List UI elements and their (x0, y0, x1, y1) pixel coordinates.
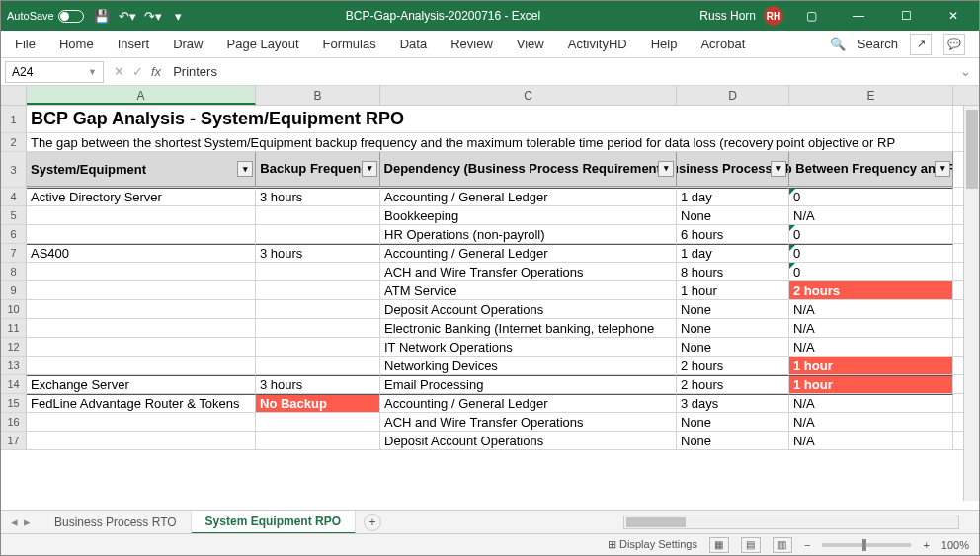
cell[interactable]: 8 hours (677, 263, 789, 280)
zoom-slider[interactable] (822, 543, 911, 547)
tab-view[interactable]: View (517, 37, 544, 51)
cell[interactable]: Electronic Banking (Internet banking, te… (380, 319, 677, 337)
tab-formulas[interactable]: Formulas (323, 37, 376, 51)
cell[interactable] (27, 225, 256, 243)
row-header[interactable]: 3 (1, 152, 27, 187)
tab-nav-buttons[interactable]: ◂▸ (1, 515, 41, 529)
cell[interactable]: N/A (789, 394, 953, 412)
cell[interactable]: Bookkeeping (380, 206, 677, 224)
user-avatar[interactable]: RH (764, 6, 783, 26)
cell[interactable] (27, 263, 256, 280)
cell[interactable] (256, 338, 380, 356)
row-header[interactable]: 2 (1, 133, 27, 151)
row-header[interactable]: 4 (1, 188, 27, 205)
tab-home[interactable]: Home (59, 37, 94, 51)
tab-acrobat[interactable]: Acrobat (700, 37, 745, 51)
tab-file[interactable]: File (15, 37, 36, 51)
cell[interactable]: Accounting / General Ledger (380, 244, 677, 262)
tab-activityhd[interactable]: ActivityHD (568, 37, 627, 51)
fx-icon[interactable]: fx (151, 64, 161, 79)
autosave-toggle[interactable]: AutoSave (7, 10, 84, 23)
cell[interactable] (27, 281, 256, 299)
cell[interactable]: 0 (789, 188, 953, 205)
close-icon[interactable]: ✕ (934, 2, 973, 30)
cell[interactable] (256, 281, 380, 299)
display-settings-button[interactable]: ⊞ Display Settings (608, 538, 697, 551)
row-header[interactable]: 17 (1, 432, 27, 449)
page-break-view-icon[interactable]: ▥ (773, 537, 792, 553)
cell-alert[interactable]: 2 hours (789, 281, 953, 299)
tab-review[interactable]: Review (450, 37, 493, 51)
cell[interactable] (256, 413, 380, 431)
cell[interactable]: 1 hour (677, 281, 789, 299)
accept-formula-icon[interactable]: ✓ (132, 64, 143, 79)
header-gap[interactable]: Gap Between Frequency and RPO (789, 152, 953, 187)
ribbon-options-icon[interactable]: ▢ (791, 2, 831, 30)
col-header-a[interactable]: A (27, 86, 256, 105)
cell[interactable]: ACH and Wire Transfer Operations (380, 413, 677, 431)
cell[interactable] (27, 206, 256, 224)
row-header[interactable]: 9 (1, 281, 27, 299)
col-header-c[interactable]: C (380, 86, 677, 105)
cell[interactable]: None (677, 206, 789, 224)
cell[interactable]: IT Network Operations (380, 338, 677, 356)
cell[interactable]: Email Processing (380, 375, 677, 393)
search-label[interactable]: Search (858, 37, 898, 51)
cell[interactable] (27, 413, 256, 431)
header-dependency[interactable]: Dependency (Business Process Requirement… (380, 152, 677, 187)
user-name[interactable]: Russ Horn (699, 9, 756, 23)
cell[interactable]: 2 hours (677, 375, 789, 393)
cell[interactable] (27, 338, 256, 356)
page-layout-view-icon[interactable]: ▤ (741, 537, 761, 553)
header-system[interactable]: System/Equipment (27, 152, 256, 187)
cell[interactable]: None (677, 319, 789, 337)
col-header-d[interactable]: D (677, 86, 789, 105)
row-header[interactable]: 14 (1, 375, 27, 393)
cell[interactable]: None (677, 413, 789, 431)
cell[interactable]: Deposit Account Operations (380, 300, 677, 318)
cell[interactable]: 3 hours (256, 244, 380, 262)
row-header[interactable]: 11 (1, 319, 27, 337)
tab-draw[interactable]: Draw (173, 37, 203, 51)
row-header[interactable]: 16 (1, 413, 27, 431)
vertical-scrollbar[interactable] (963, 106, 979, 501)
tab-page-layout[interactable]: Page Layout (227, 37, 299, 51)
row-header[interactable]: 7 (1, 244, 27, 262)
cell[interactable]: Accounting / General Ledger (380, 188, 677, 205)
share-icon[interactable]: ↗ (910, 34, 932, 55)
zoom-in-button[interactable]: + (923, 539, 929, 551)
cell[interactable] (256, 319, 380, 337)
cell[interactable]: Accounting / General Ledger (380, 394, 677, 412)
cell[interactable] (27, 300, 256, 318)
redo-icon[interactable]: ↷▾ (145, 8, 161, 24)
normal-view-icon[interactable]: ▦ (709, 537, 729, 553)
cell[interactable]: N/A (789, 319, 953, 337)
cell[interactable]: ACH and Wire Transfer Operations (380, 263, 677, 280)
cell[interactable]: 0 (789, 263, 953, 280)
scrollbar-thumb[interactable] (626, 517, 686, 527)
header-rpo[interactable]: Business Process RPO (677, 152, 789, 187)
next-sheet-icon[interactable]: ▸ (24, 515, 31, 529)
cell[interactable]: N/A (789, 338, 953, 356)
cell[interactable]: 3 hours (256, 188, 380, 205)
scrollbar-thumb[interactable] (966, 110, 978, 189)
tab-help[interactable]: Help (651, 37, 678, 51)
cell[interactable]: BCP Gap Analysis - System/Equipment RPO (27, 106, 953, 132)
sheet-tab-rpo[interactable]: System Equipment RPO (192, 511, 356, 534)
zoom-level[interactable]: 100% (941, 539, 969, 551)
cell[interactable]: 0 (789, 225, 953, 243)
cell[interactable]: 2 hours (677, 357, 789, 374)
cell[interactable]: Active Directory Server (27, 188, 256, 205)
name-box[interactable]: A24▼ (5, 61, 104, 83)
cell-alert[interactable]: 1 hour (789, 375, 953, 393)
cell[interactable]: None (677, 338, 789, 356)
cell[interactable] (256, 432, 380, 449)
zoom-out-button[interactable]: − (804, 539, 810, 551)
header-backup[interactable]: Backup Frequency (256, 152, 380, 187)
cell[interactable] (27, 432, 256, 449)
cell[interactable]: HR Operations (non-payroll) (380, 225, 677, 243)
tab-insert[interactable]: Insert (118, 37, 150, 51)
worksheet-grid[interactable]: A B C D E 1BCP Gap Analysis - System/Equ… (1, 86, 979, 501)
prev-sheet-icon[interactable]: ◂ (11, 515, 18, 529)
undo-icon[interactable]: ↶▾ (120, 8, 135, 24)
